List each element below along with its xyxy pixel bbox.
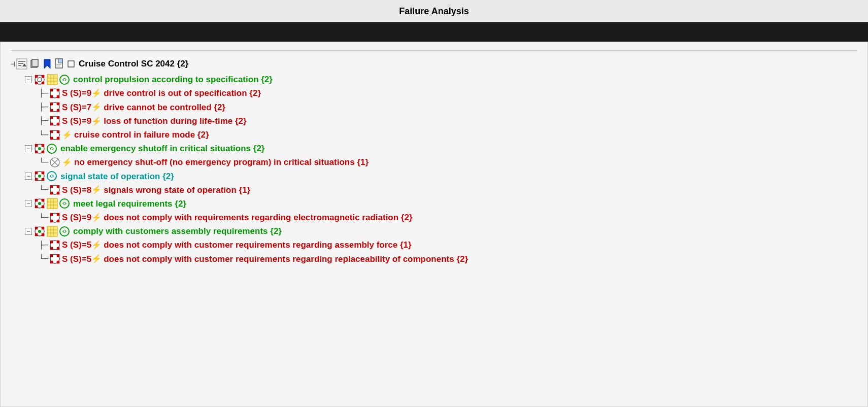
bookmark-icon[interactable] <box>42 58 53 70</box>
svg-point-25 <box>63 79 65 81</box>
lightning-3-1: ⚡ <box>91 183 102 196</box>
svg-rect-108 <box>57 254 59 257</box>
lightning-1-1: ⚡ <box>91 87 102 100</box>
svg-rect-12 <box>68 61 74 67</box>
lightning-1-3: ⚡ <box>91 115 102 128</box>
lightning-4-1: ⚡ <box>91 211 102 224</box>
svg-rect-72 <box>42 199 44 201</box>
lightning-1-2: ⚡ <box>91 100 102 114</box>
failure-5-2-label: does not comply with customer requiremen… <box>104 252 468 266</box>
svg-rect-16 <box>42 75 44 78</box>
svg-rect-50 <box>42 151 44 153</box>
svg-rect-48 <box>42 144 44 147</box>
link-icon-2 <box>47 144 57 154</box>
sort-icon[interactable] <box>16 58 27 70</box>
function-2-label: enable emergency shutoff in critical sit… <box>60 142 264 155</box>
failure-1-1-severity: S (S)=9 <box>62 86 91 100</box>
svg-point-62 <box>38 175 41 178</box>
lightning-5-1: ⚡ <box>91 239 102 252</box>
svg-rect-27 <box>50 89 53 91</box>
grid-icon-1 <box>47 74 58 85</box>
document-icon[interactable] <box>54 58 65 70</box>
failure-icon-4-1 <box>49 212 60 223</box>
collapse-3[interactable]: − <box>25 173 32 180</box>
svg-rect-109 <box>50 261 53 263</box>
svg-point-64 <box>51 175 53 177</box>
failure-1-4-label: cruise control in failure mode {2} <box>74 128 209 142</box>
failure-icon-1-3 <box>49 115 60 126</box>
svg-rect-43 <box>57 130 59 133</box>
failure-5-1-row: ├─ S (S)=5 ⚡ does not comply with custom… <box>39 238 857 252</box>
svg-rect-9 <box>58 59 62 63</box>
failure-1-3-label: loss of function during life-time {2} <box>104 114 246 128</box>
collapse-5[interactable]: − <box>25 228 32 235</box>
failure-4-1-severity: S (S)=9 <box>62 211 91 224</box>
failure-5-1-label: does not comply with customer requiremen… <box>104 238 412 252</box>
main-content: ⊣ <box>0 42 868 407</box>
failure-icon-2-1 <box>49 157 60 168</box>
lightning-5-2: ⚡ <box>91 252 102 265</box>
svg-rect-32 <box>50 103 53 105</box>
svg-rect-44 <box>50 137 53 140</box>
svg-rect-110 <box>57 261 59 263</box>
component-icon-1 <box>34 74 45 85</box>
root-connector: ⊣ <box>11 58 15 70</box>
svg-rect-76 <box>47 198 57 209</box>
conn-1-4: └─ <box>39 129 48 141</box>
svg-rect-61 <box>42 178 44 181</box>
failure-2-1-label: no emergency shut-off (no emergency prog… <box>74 155 369 169</box>
failure-1-3-severity: S (S)=9 <box>62 114 91 128</box>
svg-rect-105 <box>57 247 59 250</box>
svg-rect-58 <box>35 172 38 174</box>
link-icon-3 <box>47 171 57 181</box>
svg-rect-87 <box>57 220 59 222</box>
svg-rect-94 <box>47 226 57 236</box>
svg-rect-66 <box>50 185 53 188</box>
conn-4-1: └─ <box>39 212 48 224</box>
failure-5-2-severity: S (S)=5 <box>62 252 91 266</box>
conn-1-2: ├─ <box>39 101 48 113</box>
svg-rect-104 <box>50 247 53 250</box>
function-2-row: − enable emergency shutoff in critical s… <box>25 142 857 155</box>
svg-rect-107 <box>50 254 53 257</box>
function-3-row: − signal state of operation {2} <box>25 169 857 183</box>
svg-rect-42 <box>50 130 53 133</box>
link-icon-1 <box>59 75 70 85</box>
svg-rect-40 <box>57 123 59 125</box>
failure-1-3-row: ├─ S (S)=9 ⚡ loss of function during lif… <box>39 114 857 128</box>
collapse-2[interactable]: − <box>25 145 32 152</box>
svg-rect-91 <box>35 233 38 236</box>
conn-5-1: ├─ <box>39 239 48 251</box>
collapse-4[interactable]: − <box>25 200 32 207</box>
svg-rect-18 <box>42 82 44 84</box>
component-icon-5 <box>34 226 45 237</box>
svg-rect-74 <box>42 206 44 208</box>
svg-rect-67 <box>57 185 59 188</box>
tree: ⊣ <box>11 50 857 266</box>
failure-3-1-severity: S (S)=8 <box>62 183 91 197</box>
conn-2-1: └─ <box>39 156 48 168</box>
failure-5-2-row: └─ S (S)=5 ⚡ does not comply with custom… <box>39 252 857 266</box>
lightning-1-4: ⚡ <box>62 128 72 142</box>
svg-point-93 <box>38 230 41 233</box>
grid-icon-4 <box>47 198 58 209</box>
failure-1-2-label: drive cannot be controlled {2} <box>104 100 225 114</box>
svg-rect-86 <box>50 220 53 222</box>
svg-rect-29 <box>50 95 53 98</box>
svg-rect-73 <box>35 206 38 208</box>
failure-icon-1-1 <box>49 88 60 99</box>
svg-rect-60 <box>35 178 38 181</box>
function-5-label: comply with customers assembly requireme… <box>73 224 282 238</box>
svg-rect-69 <box>57 192 59 194</box>
svg-point-53 <box>51 148 53 150</box>
root-label: Cruise Control SC 2042 {2} <box>79 57 188 71</box>
svg-rect-30 <box>57 95 59 98</box>
svg-rect-6 <box>32 59 38 66</box>
lightning-2-1: ⚡ <box>62 156 72 169</box>
svg-rect-59 <box>42 172 44 174</box>
failure-3-1-label: signals wrong state of operation {1} <box>104 183 250 197</box>
copy-icon[interactable] <box>29 58 40 70</box>
collapse-1[interactable]: − <box>25 76 32 83</box>
failure-1-4-row: └─ ⚡ cruise control in failure mode {2} <box>39 128 857 142</box>
svg-rect-84 <box>50 213 53 216</box>
